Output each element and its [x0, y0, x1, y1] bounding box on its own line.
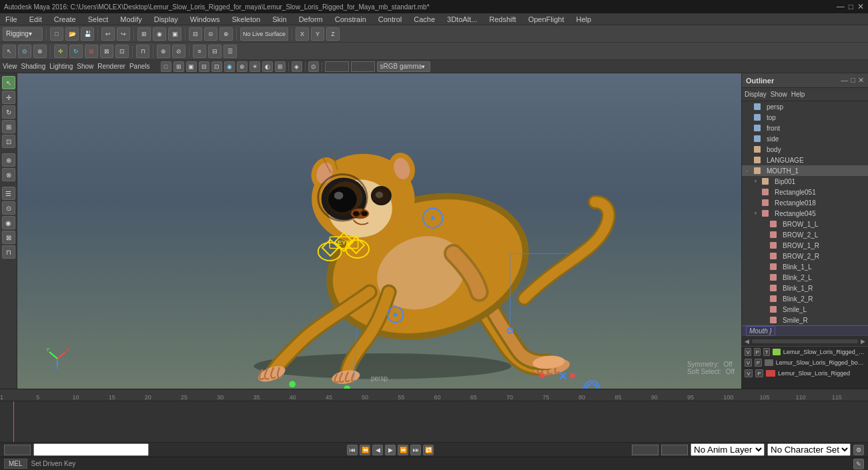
layer-row-Lemur_Slow_Loris_Rigged_bonesFB[interactable]: VPLemur_Slow_Loris_Rigged_bonesFB	[742, 357, 868, 368]
y-field[interactable]: Y	[311, 27, 324, 41]
isolate-button[interactable]: ◈	[292, 61, 302, 72]
select-tool-left-button[interactable]: ↖	[2, 76, 15, 89]
outliner-item-MOUTH_1[interactable]: -MOUTH_1	[742, 165, 868, 176]
layer-scroll-right[interactable]: ▶	[861, 338, 865, 345]
settings-button[interactable]: ⚙	[853, 445, 864, 455]
go-to-start-button[interactable]: ⏮	[347, 445, 358, 455]
rig-tool-button[interactable]: ☰	[2, 187, 15, 200]
menu-item-select[interactable]: Select	[85, 15, 111, 23]
minimize-button[interactable]: —	[837, 2, 845, 11]
film-gate-button[interactable]: ⊞	[173, 61, 184, 72]
layer-row-Lemur_Slow_Loris_Rigged_CTRL_fre[interactable]: VPTLemur_Slow_Loris_Rigged_CTRL_fre	[742, 347, 868, 357]
menu-item-redshift[interactable]: Redshift	[486, 15, 518, 23]
layer-p-button[interactable]: P	[755, 369, 763, 377]
lighting-button[interactable]: ☀	[250, 61, 260, 72]
wireframe-button[interactable]: ⊡	[211, 61, 222, 72]
maximize-button[interactable]: □	[849, 2, 853, 11]
x-field[interactable]: X	[296, 27, 309, 41]
universal-manip-button[interactable]: ⊠	[100, 45, 113, 58]
camera-options-button[interactable]: □	[161, 61, 171, 72]
outliner-item-top[interactable]: top	[742, 112, 868, 123]
view-menu[interactable]: View	[3, 63, 17, 70]
layer-p-button[interactable]: P	[754, 348, 761, 356]
mode-selector[interactable]: Rigging ▾	[3, 27, 43, 41]
paint-skin-button[interactable]: ⊕	[2, 153, 15, 167]
outliner-item-Blink_1_R[interactable]: Blink_1_R	[742, 283, 868, 293]
outliner-item-Blink_2_L[interactable]: Blink_2_L	[742, 272, 868, 283]
outliner-item-Smile_R[interactable]: Smile_R	[742, 315, 868, 325]
menu-item-file[interactable]: File	[3, 15, 20, 23]
rotate-tool-left-button[interactable]: ↻	[2, 105, 15, 119]
layer-v-button[interactable]: V	[745, 369, 753, 377]
textured-button[interactable]: ⊕	[237, 61, 248, 72]
menu-item-deform[interactable]: Deform	[296, 15, 326, 23]
select-by-hierarchy-button[interactable]: ⊞	[137, 27, 151, 41]
script-editor-icon[interactable]: ✎	[853, 459, 864, 469]
select-by-object-button[interactable]: ◉	[153, 27, 166, 41]
menu-item-display[interactable]: Display	[151, 15, 181, 23]
new-scene-button[interactable]: □	[50, 27, 63, 41]
subdiv-proxy-button[interactable]: ⊙	[308, 61, 319, 72]
scale-tool-button[interactable]: ⊞	[85, 45, 98, 58]
move-tool-button[interactable]: ✛	[54, 45, 67, 58]
outliner-item-Blink_2_R[interactable]: Blink_2_R	[742, 293, 868, 304]
outliner-maximize-button[interactable]: □	[851, 76, 855, 85]
open-scene-button[interactable]: 📂	[65, 27, 79, 41]
shadow-button[interactable]: ◐	[262, 61, 273, 72]
timeline-track[interactable]	[0, 401, 868, 442]
field-chart-button[interactable]: ⊟	[199, 61, 209, 72]
snap-to-point-button[interactable]: ⊕	[220, 27, 233, 41]
current-frame-input[interactable]: 1	[33, 443, 149, 456]
layer-scrollbar[interactable]	[752, 339, 858, 343]
move-tool-left-button[interactable]: ✛	[2, 91, 15, 104]
viewport-3d[interactable]: EYE persp	[17, 73, 741, 389]
rotate-tool-button[interactable]: ↻	[69, 45, 83, 58]
far-clip-input[interactable]: 1.00	[351, 61, 375, 72]
outliner-button[interactable]: ≡	[193, 45, 206, 58]
undo-button[interactable]: ↩	[101, 27, 115, 41]
z-field[interactable]: Z	[326, 27, 340, 41]
menu-item-control[interactable]: Control	[376, 15, 404, 23]
render-button[interactable]: ⊕	[157, 45, 170, 58]
step-back-button[interactable]: ⏪	[360, 445, 370, 455]
menu-item-modify[interactable]: Modify	[117, 15, 144, 23]
char-set-select[interactable]: No Character Set	[767, 443, 851, 456]
manip-tool-left-button[interactable]: ⊡	[2, 135, 15, 148]
attr-tool-button[interactable]: ⊠	[2, 231, 15, 244]
outliner-show-tab[interactable]: Show	[771, 91, 787, 98]
outliner-list[interactable]: persptopfrontsidebodyLANGUAGE-MOUTH_1+Bi…	[742, 101, 868, 325]
outliner-help-tab[interactable]: Help	[791, 91, 805, 98]
resolution-gate-button[interactable]: ▣	[186, 61, 197, 72]
outliner-minimize-button[interactable]: —	[841, 76, 848, 85]
grid-button[interactable]: ⊞	[275, 61, 286, 72]
outliner-item-Smile_L[interactable]: Smile_L	[742, 304, 868, 315]
snap-to-curve-button[interactable]: ⊝	[204, 27, 218, 41]
menu-item-create[interactable]: Create	[51, 15, 79, 23]
menu-item-dtoalt[interactable]: 3DtoAlt...	[444, 15, 480, 23]
outliner-item-LANGUAGE[interactable]: LANGUAGE	[742, 155, 868, 165]
expand-MOUTH_1[interactable]: -	[746, 167, 753, 174]
renderer-menu[interactable]: Renderer	[97, 63, 125, 70]
layer-row-Lemur_Slow_Loris_Rigged[interactable]: VPLemur_Slow_Loris_Rigged	[742, 368, 868, 379]
expand-Bip001[interactable]: +	[754, 178, 761, 185]
loop-button[interactable]: 🔁	[423, 445, 434, 455]
outliner-item-BROW_1_L[interactable]: BROW_1_L	[742, 219, 868, 229]
outliner-item-BROW_1_R[interactable]: BROW_1_R	[742, 240, 868, 251]
layer-v-button[interactable]: V	[745, 359, 752, 367]
ipr-render-button[interactable]: ⊘	[172, 45, 185, 58]
component-tool-button[interactable]: ⊙	[2, 201, 15, 215]
menu-item-help[interactable]: Help	[573, 15, 594, 23]
step-forward-button[interactable]: ⏩	[398, 445, 408, 455]
smooth-shade-button[interactable]: ◉	[224, 61, 235, 72]
menu-item-edit[interactable]: Edit	[27, 15, 45, 23]
save-scene-button[interactable]: 💾	[81, 27, 94, 41]
panels-menu[interactable]: Panels	[129, 63, 150, 70]
color-profile-dropdown[interactable]: sRGB gamma ▾	[377, 61, 430, 72]
menu-item-cache[interactable]: Cache	[411, 15, 438, 23]
range-end-input[interactable]: 120	[632, 445, 659, 455]
outliner-item-Rectangle045[interactable]: +Rectangle045	[742, 208, 868, 219]
layer-scroll-left[interactable]: ◀	[745, 338, 749, 345]
snap-to-grid-button[interactable]: ⊟	[189, 27, 202, 41]
anim-layer-select[interactable]: No Anim Layer	[691, 443, 765, 456]
show-manip-button[interactable]: ⊓	[136, 45, 149, 58]
